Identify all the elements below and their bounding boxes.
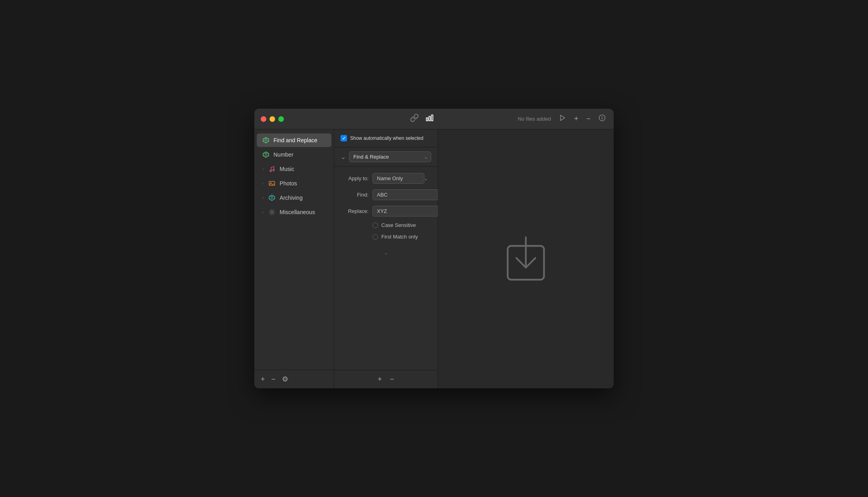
apply-to-label: Apply to:: [341, 175, 369, 181]
main-content: Find and Replace Number: [254, 129, 614, 388]
show-auto-label: Show automatically when selected: [350, 135, 423, 141]
sidebar-item-miscellaneous[interactable]: › Miscellaneous: [257, 205, 331, 219]
middle-footer: + −: [334, 370, 438, 388]
right-panel: [438, 129, 614, 388]
titlebar: No files added + −: [254, 109, 614, 129]
find-input[interactable]: [373, 189, 448, 200]
drop-area-icon: [500, 233, 552, 285]
info-button[interactable]: [598, 114, 606, 123]
svg-rect-2: [432, 115, 433, 121]
sidebar-item-find-replace-label: Find and Replace: [273, 137, 317, 143]
show-auto-row: Show automatically when selected: [334, 129, 438, 147]
sidebar-item-archiving[interactable]: › Archiving: [257, 191, 331, 205]
chevron-music-icon: ›: [262, 167, 264, 171]
add-action-button[interactable]: +: [574, 115, 579, 123]
first-match-checkbox[interactable]: [373, 234, 378, 240]
sidebar-item-number-label: Number: [273, 151, 293, 158]
traffic-lights: [254, 116, 334, 122]
main-window: No files added + −: [254, 109, 614, 388]
chevron-photos-icon: ›: [262, 181, 264, 186]
chevron-archiving-icon: ›: [262, 196, 264, 200]
apply-to-row: Apply to: Name Only Extension Name & Ext…: [341, 173, 431, 184]
svg-rect-1: [429, 116, 430, 121]
remove-action-button[interactable]: −: [586, 115, 591, 123]
find-label: Find:: [341, 192, 369, 198]
apply-to-select[interactable]: Name Only Extension Name & Extension: [373, 173, 424, 184]
first-match-row: First Match only: [341, 234, 431, 240]
chevron-down-icon: ⌄: [384, 249, 388, 256]
form-area: Apply to: Name Only Extension Name & Ext…: [334, 167, 438, 246]
find-row: Find:: [341, 189, 431, 200]
sidebar-footer: + − ⚙: [254, 370, 334, 388]
middle-panel: Show automatically when selected ⌄ Find …: [334, 129, 438, 388]
case-sensitive-label: Case Sensitive: [381, 222, 416, 228]
middle-remove-button[interactable]: −: [390, 375, 394, 384]
svg-point-11: [271, 211, 273, 213]
svg-point-8: [273, 169, 274, 171]
replace-row: Replace:: [341, 206, 431, 217]
sidebar-item-number[interactable]: Number: [257, 148, 331, 161]
sidebar-item-misc-label: Miscellaneous: [279, 209, 315, 215]
sidebar-item-photos-label: Photos: [279, 180, 297, 187]
titlebar-right: No files added + −: [510, 114, 614, 123]
close-button[interactable]: [261, 116, 266, 122]
replace-label: Replace:: [341, 208, 369, 214]
no-files-label: No files added: [518, 116, 551, 122]
cube-green-icon: [262, 137, 270, 144]
sidebar-item-find-replace[interactable]: Find and Replace: [257, 133, 331, 147]
apply-to-select-wrapper: Name Only Extension Name & Extension: [373, 173, 431, 184]
case-sensitive-checkbox[interactable]: [373, 223, 378, 228]
sidebar-gear-button[interactable]: ⚙: [282, 375, 288, 384]
link-icon[interactable]: [410, 113, 419, 124]
replace-input[interactable]: [373, 206, 448, 217]
action-type-dropdown-wrapper: Find & Replace: [349, 151, 431, 162]
sidebar-remove-button[interactable]: −: [271, 375, 276, 384]
middle-add-button[interactable]: +: [378, 375, 382, 384]
svg-point-7: [270, 170, 271, 172]
minimize-button[interactable]: [270, 116, 275, 122]
gear-icon: [268, 209, 275, 216]
photos-icon: [268, 180, 275, 187]
maximize-button[interactable]: [278, 116, 284, 122]
show-auto-checkbox[interactable]: [341, 135, 347, 141]
chart-icon[interactable]: [425, 113, 434, 124]
titlebar-center: [334, 113, 510, 124]
cube-green2-icon: [262, 151, 270, 158]
music-icon: [268, 165, 275, 173]
sidebar: Find and Replace Number: [254, 129, 334, 388]
svg-marker-3: [561, 115, 565, 121]
action-dropdown-row: ⌄ Find & Replace: [334, 147, 438, 167]
sidebar-add-button[interactable]: +: [261, 375, 265, 384]
svg-rect-0: [426, 118, 428, 121]
collapse-button[interactable]: ⌄: [341, 153, 346, 161]
svg-rect-9: [269, 181, 275, 185]
case-sensitive-row: Case Sensitive: [341, 222, 431, 228]
sidebar-item-music-label: Music: [279, 166, 294, 172]
play-button[interactable]: [559, 114, 566, 123]
sidebar-item-music[interactable]: › Music: [257, 162, 331, 176]
chevron-misc-icon: ›: [262, 210, 264, 215]
first-match-label: First Match only: [381, 234, 418, 240]
sidebar-item-archiving-label: Archiving: [279, 195, 303, 201]
sidebar-items-list: Find and Replace Number: [254, 129, 334, 370]
action-type-dropdown[interactable]: Find & Replace: [349, 151, 431, 162]
sidebar-item-photos[interactable]: › Photos: [257, 177, 331, 190]
cube-teal-icon: [268, 194, 275, 201]
section-divider: ⌄: [334, 246, 438, 259]
